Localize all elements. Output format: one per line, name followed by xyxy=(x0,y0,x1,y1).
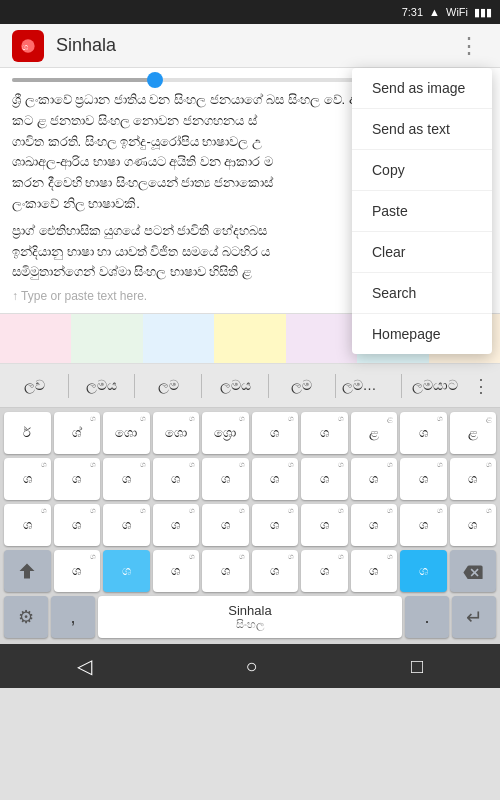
key-k8[interactable]: ශශ xyxy=(351,458,398,500)
key-n4[interactable]: ශශ xyxy=(202,550,249,592)
status-wifi: WiFi xyxy=(446,6,468,18)
key-m9[interactable]: ශශ xyxy=(400,504,447,546)
word-suggestions: ලව ලමය ලම ලමය ලම ලමයෙක් ලමයාට ⋮ xyxy=(0,364,500,408)
space-lang-label: Sinhala xyxy=(228,603,271,618)
key-row-1: ර් ශශ් ශශො ශශො ශශ්‍රො ශශ ශශ ළළ ශශ ළළ xyxy=(2,412,498,454)
swatch-3[interactable] xyxy=(143,314,214,363)
key-k6[interactable]: ශශ xyxy=(252,458,299,500)
key-m1[interactable]: ශශ xyxy=(4,504,51,546)
key-n8-blue[interactable]: ශ xyxy=(400,550,447,592)
home-button[interactable]: ○ xyxy=(225,647,277,686)
recent-button[interactable]: □ xyxy=(391,647,443,686)
menu-item-clear[interactable]: Clear xyxy=(352,232,492,273)
divider-5 xyxy=(335,374,336,398)
key-row-3: ශශ ශශ ශශ ශශ ශශ ශශ ශශ ශශ ශශ ශශ xyxy=(2,504,498,546)
suggestion-6[interactable]: ලමයෙක් xyxy=(340,373,398,398)
key-n3[interactable]: ශශ xyxy=(153,550,200,592)
more-button[interactable]: ⋮ xyxy=(450,29,488,63)
key-m6[interactable]: ශශ xyxy=(252,504,299,546)
divider-4 xyxy=(268,374,269,398)
dropdown-menu: Send as image Send as text Copy Paste Cl… xyxy=(352,68,492,354)
status-battery: ▮▮▮ xyxy=(474,6,492,19)
key-n5[interactable]: ශශ xyxy=(252,550,299,592)
key-sh1[interactable]: ශශ් xyxy=(54,412,101,454)
menu-item-send-as-text[interactable]: Send as text xyxy=(352,109,492,150)
key-k3[interactable]: ශශ xyxy=(103,458,150,500)
menu-item-send-as-image[interactable]: Send as image xyxy=(352,68,492,109)
key-m8[interactable]: ශශ xyxy=(351,504,398,546)
key-m10[interactable]: ශශ xyxy=(450,504,497,546)
swatch-1[interactable] xyxy=(0,314,71,363)
suggestion-5[interactable]: ලම xyxy=(273,373,331,398)
key-n1[interactable]: ශශ xyxy=(54,550,101,592)
swatch-4[interactable] xyxy=(214,314,285,363)
key-m3[interactable]: ශශ xyxy=(103,504,150,546)
menu-item-homepage[interactable]: Homepage xyxy=(352,314,492,354)
key-row-2: ශශ ශශ ශශ ශශ ශශ ශශ ශශ ශශ ශශ ශශ xyxy=(2,458,498,500)
app-toolbar: ශ Sinhala ⋮ xyxy=(0,24,500,68)
key-row-4: ශශ ශ ශශ ශශ ශශ ශශ ශශ ශ xyxy=(2,550,498,592)
key-k1[interactable]: ශශ xyxy=(4,458,51,500)
settings-key[interactable]: ⚙ xyxy=(4,596,48,638)
bottom-row: ⚙ , Sinhala සිංහල . ↵ xyxy=(2,596,498,638)
key-k9[interactable]: ශශ xyxy=(400,458,447,500)
divider-3 xyxy=(201,374,202,398)
space-sub-label: සිංහල xyxy=(236,618,264,631)
key-m2[interactable]: ශශ xyxy=(54,504,101,546)
status-signal: ▲ xyxy=(429,6,440,18)
key-sh4[interactable]: ළළ xyxy=(450,412,497,454)
key-n7[interactable]: ශශ xyxy=(351,550,398,592)
divider-1 xyxy=(68,374,69,398)
key-sh2[interactable]: ශශ xyxy=(301,412,348,454)
shift-key[interactable] xyxy=(4,550,51,592)
key-sho2[interactable]: ශශො xyxy=(153,412,200,454)
space-key[interactable]: Sinhala සිංහල xyxy=(98,596,402,638)
enter-icon: ↵ xyxy=(466,605,483,629)
key-m7[interactable]: ශශ xyxy=(301,504,348,546)
backspace-key[interactable] xyxy=(450,550,497,592)
enter-key[interactable]: ↵ xyxy=(452,596,496,638)
key-n6[interactable]: ශශ xyxy=(301,550,348,592)
menu-item-copy[interactable]: Copy xyxy=(352,150,492,191)
suggestions-more-icon[interactable]: ⋮ xyxy=(468,375,494,397)
suggestion-7[interactable]: ලමයාට xyxy=(406,373,464,398)
suggestion-3[interactable]: ලම xyxy=(139,373,197,398)
nav-bar: ◁ ○ □ xyxy=(0,644,500,688)
seek-bar-fill xyxy=(12,78,155,82)
suggestion-2[interactable]: ලමය xyxy=(73,373,131,398)
key-shy[interactable]: ශශ xyxy=(252,412,299,454)
key-k5[interactable]: ශශ xyxy=(202,458,249,500)
status-bar: 7:31 ▲ WiFi ▮▮▮ xyxy=(0,0,500,24)
key-la1[interactable]: ළළ xyxy=(351,412,398,454)
back-button[interactable]: ◁ xyxy=(57,646,112,686)
key-k7[interactable]: ශශ xyxy=(301,458,348,500)
period-label: . xyxy=(424,607,429,628)
swatch-5[interactable] xyxy=(286,314,357,363)
key-m4[interactable]: ශශ xyxy=(153,504,200,546)
key-m5[interactable]: ශශ xyxy=(202,504,249,546)
key-k10[interactable]: ශශ xyxy=(450,458,497,500)
menu-item-search[interactable]: Search xyxy=(352,273,492,314)
comma-key[interactable]: , xyxy=(51,596,95,638)
key-k2[interactable]: ශශ xyxy=(54,458,101,500)
key-n2-blue[interactable]: ශ xyxy=(103,550,150,592)
seek-thumb xyxy=(147,72,163,88)
app-icon: ශ xyxy=(12,30,44,62)
divider-2 xyxy=(134,374,135,398)
key-r[interactable]: ර් xyxy=(4,412,51,454)
keyboard: ර් ශශ් ශශො ශශො ශශ්‍රො ශශ ශශ ළළ ශශ ළළ ශශ … xyxy=(0,408,500,644)
settings-icon: ⚙ xyxy=(18,606,34,628)
key-k4[interactable]: ශශ xyxy=(153,458,200,500)
menu-item-paste[interactable]: Paste xyxy=(352,191,492,232)
suggestion-4[interactable]: ලමය xyxy=(206,373,264,398)
key-shro[interactable]: ශශ්‍රො xyxy=(202,412,249,454)
period-key[interactable]: . xyxy=(405,596,449,638)
key-sh3[interactable]: ශශ xyxy=(400,412,447,454)
comma-label: , xyxy=(70,607,75,628)
swatch-2[interactable] xyxy=(71,314,142,363)
app-title: Sinhala xyxy=(56,35,450,56)
svg-text:ශ: ශ xyxy=(22,42,29,52)
key-sho1[interactable]: ශශො xyxy=(103,412,150,454)
status-time: 7:31 xyxy=(402,6,423,18)
suggestion-1[interactable]: ලව xyxy=(6,373,64,398)
